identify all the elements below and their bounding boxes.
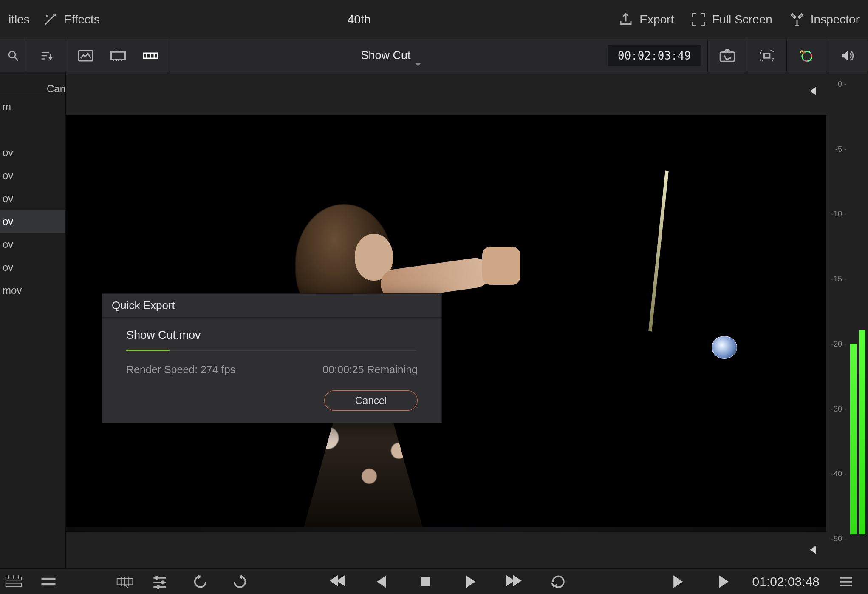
svg-point-16	[156, 585, 160, 589]
svg-rect-17	[421, 577, 430, 586]
project-title: 40th	[100, 13, 618, 26]
speaker-icon	[839, 48, 856, 63]
thumbnail-view-button[interactable]	[76, 48, 96, 63]
jump-next-button[interactable]	[670, 572, 688, 591]
color-enhance-button[interactable]	[786, 39, 826, 72]
audio-meters: 0-5-10-15-20-30-40-50	[826, 72, 868, 568]
meter-tick: -50	[831, 534, 847, 543]
sidebar-clip-item[interactable]: m	[0, 95, 65, 118]
filmstrip-view-button[interactable]	[108, 48, 128, 63]
search-button[interactable]	[0, 39, 26, 72]
sort-icon	[39, 49, 54, 62]
color-wheel-sparkle-icon	[798, 48, 815, 63]
adjust-tool-button[interactable]	[150, 572, 169, 591]
titles-menu-label[interactable]: itles	[8, 13, 30, 26]
svg-rect-11	[42, 577, 56, 580]
fullscreen-icon	[691, 12, 706, 27]
dropdown-caret-icon	[416, 63, 421, 66]
meter-tick: -40	[831, 469, 847, 478]
quick-export-dialog: Quick Export Show Cut.mov Render Speed: …	[102, 293, 442, 423]
sidebar-clip-item[interactable]: ov	[0, 256, 65, 279]
camera-swap-button[interactable]	[707, 39, 747, 72]
go-first-frame-button[interactable]	[328, 572, 347, 591]
viewer-toolbar: Show Cut 00:02:03:49	[0, 39, 868, 72]
main-area: Can movovovovovovmov	[0, 72, 868, 568]
safe-area-icon	[758, 48, 775, 63]
view-mode-switcher	[66, 39, 170, 72]
meter-bar-right	[859, 330, 865, 534]
meter-tick: -5	[835, 145, 847, 154]
timeline-view-button[interactable]	[4, 572, 23, 591]
sidebar-clip-item[interactable]: ov	[0, 187, 65, 210]
camera-swap-icon	[719, 48, 736, 63]
clip-title-text: Show Cut	[361, 49, 410, 62]
step-back-button[interactable]	[372, 572, 391, 591]
effects-wand-icon	[42, 12, 58, 27]
meter-scale: 0-5-10-15-20-30-40-50	[827, 80, 847, 534]
loop-button[interactable]	[549, 572, 568, 591]
export-progress-track	[126, 350, 416, 351]
export-progress-fill	[126, 350, 170, 351]
svg-rect-10	[6, 583, 22, 586]
safe-area-button[interactable]	[747, 39, 786, 72]
jump-end-button[interactable]	[714, 572, 732, 591]
sidebar-clip-item[interactable]: ov	[0, 210, 65, 233]
viewer-timecode[interactable]: 00:02:03:49	[608, 45, 701, 66]
transport-menu-button[interactable]	[837, 572, 855, 591]
sidebar-clip-item[interactable]	[0, 118, 65, 141]
play-button[interactable]	[461, 572, 479, 591]
inspector-tools-icon	[789, 12, 805, 27]
effects-label: Effects	[64, 13, 100, 26]
meter-tick: -15	[831, 275, 847, 284]
filmstrip-icon	[110, 49, 126, 62]
inspector-label: Inspector	[811, 13, 860, 26]
time-remaining-text: 00:00:25 Remaining	[322, 364, 418, 376]
export-icon	[618, 12, 633, 27]
fullscreen-label: Full Screen	[712, 13, 772, 26]
svg-rect-5	[764, 54, 769, 58]
sidebar-clip-item[interactable]: ov	[0, 233, 65, 256]
thumbnail-icon	[78, 49, 93, 62]
export-menu[interactable]: Export	[618, 12, 674, 27]
sidebar-tab-label: Can	[47, 83, 65, 95]
meter-tick: -20	[831, 340, 847, 349]
go-to-start-button[interactable]	[803, 82, 820, 99]
timecode-wrap: 00:02:03:49	[602, 39, 707, 72]
meter-bar-left	[850, 344, 857, 534]
svg-rect-12	[42, 583, 56, 585]
strip-view-button[interactable]	[140, 48, 161, 63]
stop-button[interactable]	[416, 572, 435, 591]
fullscreen-menu[interactable]: Full Screen	[691, 12, 772, 27]
meter-tick: -30	[831, 405, 847, 414]
clip-tool-button[interactable]	[116, 572, 134, 591]
transport-timecode[interactable]: 01:02:03:48	[752, 574, 820, 589]
strip-icon	[143, 49, 158, 62]
sidebar-tab[interactable]: Can	[0, 72, 65, 95]
sidebar-clip-list: movovovovovovmov	[0, 95, 65, 568]
svg-rect-2	[111, 52, 125, 60]
transport-bar: 01:02:03:48	[0, 568, 868, 594]
meter-tick: -10	[831, 210, 847, 219]
export-label: Export	[639, 13, 674, 26]
meter-bars	[850, 80, 865, 534]
svg-point-14	[155, 576, 158, 580]
viewer-clip-title[interactable]: Show Cut	[170, 49, 602, 62]
go-to-start-button-lower[interactable]	[803, 541, 820, 558]
sidebar-clip-item[interactable]: mov	[0, 279, 65, 302]
mute-button[interactable]	[826, 39, 868, 72]
top-menu-bar: itles Effects 40th Export Full Screen In…	[0, 0, 868, 39]
sort-button[interactable]	[26, 39, 66, 72]
inspector-menu[interactable]: Inspector	[789, 12, 860, 27]
sidebar-clip-item[interactable]: ov	[0, 141, 65, 164]
export-filename: Show Cut.mov	[126, 329, 418, 342]
svg-point-0	[9, 51, 15, 58]
go-last-frame-button[interactable]	[505, 572, 523, 591]
sidebar-clip-item[interactable]: ov	[0, 164, 65, 187]
search-icon	[6, 49, 21, 62]
next-edit-button[interactable]	[233, 572, 252, 591]
render-speed-text: Render Speed: 274 fps	[126, 364, 235, 376]
effects-menu[interactable]: Effects	[42, 12, 100, 27]
cancel-button[interactable]: Cancel	[324, 390, 418, 411]
prev-edit-button[interactable]	[189, 572, 207, 591]
timeline-options-button[interactable]	[39, 572, 58, 591]
